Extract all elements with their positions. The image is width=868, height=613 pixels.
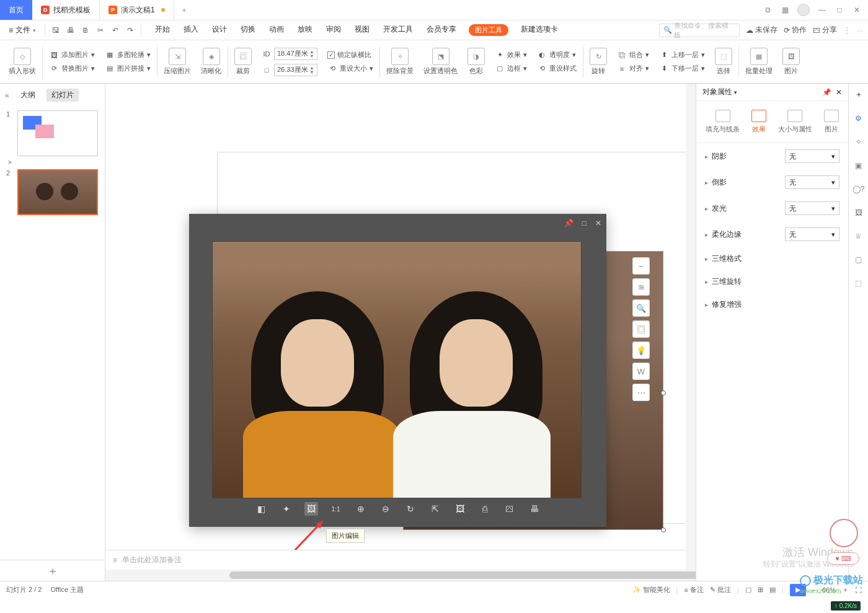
slides-tab[interactable]: 幻灯片 [46, 89, 79, 102]
pin-button[interactable]: 📌 [564, 219, 574, 227]
shadow-select[interactable]: 无▾ [785, 149, 839, 163]
prop-3d-rotation[interactable]: ▸三维旋转 [696, 270, 848, 293]
side-panel-icon[interactable]: ▣ [852, 159, 865, 172]
prop-soft-edges[interactable]: ▸柔化边缘无▾ [696, 221, 848, 247]
prop-3d-format[interactable]: ▸三维格式 [696, 247, 848, 270]
undo-icon[interactable]: ↶ [108, 24, 122, 37]
apps-icon[interactable]: ▦ [780, 5, 790, 15]
float-layers-button[interactable]: ≋ [632, 278, 650, 296]
menu-new-tab[interactable]: 新建选项卡 [520, 24, 559, 36]
preview-icon[interactable]: 🗎 [79, 24, 92, 37]
float-crop-button[interactable]: ⿴ [632, 320, 650, 338]
tool-zoom-out[interactable]: ⊖ [379, 502, 392, 516]
side-present-icon[interactable]: ▢ [852, 254, 865, 266]
tool-edit-image[interactable]: 🖼 [304, 502, 318, 516]
menu-start[interactable]: 开始 [154, 24, 171, 36]
move-down-button[interactable]: ⬇下移一层 ▾ [659, 64, 705, 74]
view-reading-icon[interactable]: ▤ [769, 586, 776, 594]
tool-1to1[interactable]: 1:1 [329, 502, 343, 516]
tool-magic[interactable]: ✦ [280, 502, 293, 516]
maximize-preview-button[interactable]: □ [582, 219, 587, 227]
print-icon[interactable]: 🖶 [64, 24, 78, 37]
replace-image-button[interactable]: ⟳替换图片 ▾ [49, 64, 95, 74]
transparent-color-button[interactable]: ⬔设置透明色 [420, 43, 461, 81]
menu-transition[interactable]: 切换 [239, 24, 257, 36]
menu-design[interactable]: 设计 [211, 24, 228, 36]
prop-shadow[interactable]: ▸阴影无▾ [696, 143, 848, 169]
unsaved-button[interactable]: ☁未保存 [746, 25, 777, 35]
effect-button[interactable]: ✦效果 ▾ [495, 50, 527, 60]
prop-tab-fill[interactable]: 填充与线条 [704, 107, 741, 136]
view-normal-icon[interactable]: ▢ [745, 586, 751, 594]
lock-ratio-checkbox[interactable]: ✓锁定纵横比 [327, 50, 373, 60]
menu-view[interactable]: 视图 [353, 24, 371, 36]
rotate-button[interactable]: ↻旋转 [586, 43, 611, 81]
close-props-button[interactable]: ✕ [836, 88, 842, 97]
align-button[interactable]: ≡对齐 ▾ [617, 64, 649, 74]
float-text-button[interactable]: W [632, 363, 650, 380]
tool-print[interactable]: 🖶 [528, 502, 541, 516]
float-zoom-button[interactable]: 🔍 [632, 299, 650, 317]
slide-thumb-2[interactable]: 2 [6, 169, 99, 215]
vertical-scrollbar[interactable] [686, 84, 696, 570]
image-stitch-button[interactable]: ▤图片拼接 ▾ [105, 64, 151, 74]
save-icon[interactable]: 🖫 [49, 24, 63, 37]
menu-animation[interactable]: 动画 [268, 24, 285, 36]
side-star-icon[interactable]: ✧ [852, 136, 865, 148]
pin-props-button[interactable]: 📌 [822, 88, 831, 97]
file-menu[interactable]: ≡文件▾ [4, 25, 41, 35]
compress-button[interactable]: ⇲压缩图片 [160, 43, 195, 81]
side-crown-icon[interactable]: ♕ [852, 230, 865, 242]
canvas[interactable]: − ≋ 🔍 ⿴ 💡 W ⋯ 📌 □ ✕ ◧ ✦ 🖼 1:1 [105, 84, 696, 581]
prop-tab-effect[interactable]: 效果 [750, 107, 768, 136]
share-button[interactable]: ⮹分享 [813, 25, 837, 35]
glow-select[interactable]: 无▾ [785, 201, 839, 215]
tool-chain[interactable]: 🖾 [453, 502, 467, 516]
reset-style-button[interactable]: ⟲重设样式 [537, 64, 577, 74]
view-sorter-icon[interactable]: ⊞ [758, 586, 763, 594]
outline-tab[interactable]: 大纲 [16, 89, 40, 102]
multi-outline-button[interactable]: ▦多图轮播 ▾ [105, 50, 151, 60]
batch-button[interactable]: ▦批量处理 [742, 43, 776, 81]
maximize-button[interactable]: □ [835, 5, 844, 15]
prop-tab-image[interactable]: 图片 [823, 107, 840, 136]
side-help-icon[interactable]: ◯? [852, 183, 865, 195]
sharpen-button[interactable]: ◈清晰化 [197, 43, 225, 81]
smart-beautify-button[interactable]: ✨智能美化 [632, 585, 670, 594]
tool-zoom-in[interactable]: ⊕ [354, 502, 368, 516]
tool-share[interactable]: ⮹ [503, 502, 516, 516]
prop-tab-size[interactable]: 大小与属性 [777, 107, 813, 136]
reflection-select[interactable]: 无▾ [785, 175, 839, 189]
tool-export[interactable]: ⇱ [428, 502, 442, 516]
image-out-button[interactable]: 🖼图片 [779, 43, 804, 81]
float-minus-button[interactable]: − [632, 257, 650, 275]
window-mode-icon[interactable]: ⧉ [763, 5, 773, 15]
mascot[interactable]: ♥ ⌨ [821, 513, 864, 568]
menu-insert[interactable]: 插入 [182, 24, 200, 36]
collapse-panel-button[interactable]: « [5, 91, 9, 100]
add-image-button[interactable]: 🖼添加图片 ▾ [49, 50, 95, 60]
notes-button[interactable]: ≡备注 [684, 585, 703, 594]
minimize-button[interactable]: — [817, 5, 827, 15]
close-button[interactable]: ✕ [852, 5, 862, 15]
side-cube-icon[interactable]: ⬚ [852, 277, 865, 289]
float-more-button[interactable]: ⋯ [632, 384, 650, 401]
menu-slideshow[interactable]: 放映 [296, 24, 314, 36]
remove-bg-button[interactable]: ✧抠除背景 [383, 43, 417, 81]
cut-icon[interactable]: ✂ [94, 24, 107, 37]
soft-edges-select[interactable]: 无▾ [785, 227, 839, 241]
reset-size-button[interactable]: ⟲重设大小 ▾ [327, 63, 373, 73]
redo-icon[interactable]: ↷ [123, 24, 137, 37]
border-button[interactable]: ▢边框 ▾ [495, 64, 527, 74]
prop-restore-enhance[interactable]: ▸修复增强 [696, 293, 848, 316]
tool-compare[interactable]: ◧ [255, 502, 268, 516]
tab-add-button[interactable]: ＋ [174, 0, 194, 20]
tab-home[interactable]: 首页 [0, 0, 32, 20]
side-daoker-icon[interactable]: ✦ [852, 89, 865, 101]
crop-button[interactable]: ⿴裁剪 [231, 43, 255, 81]
tab-templates[interactable]: D找稻壳模板 [32, 0, 100, 20]
width-input[interactable]: 18.47厘米▲▼ [274, 48, 317, 60]
close-preview-button[interactable]: ✕ [595, 219, 601, 227]
avatar[interactable] [797, 4, 810, 16]
menu-picture-tools[interactable]: 图片工具 [469, 24, 508, 36]
